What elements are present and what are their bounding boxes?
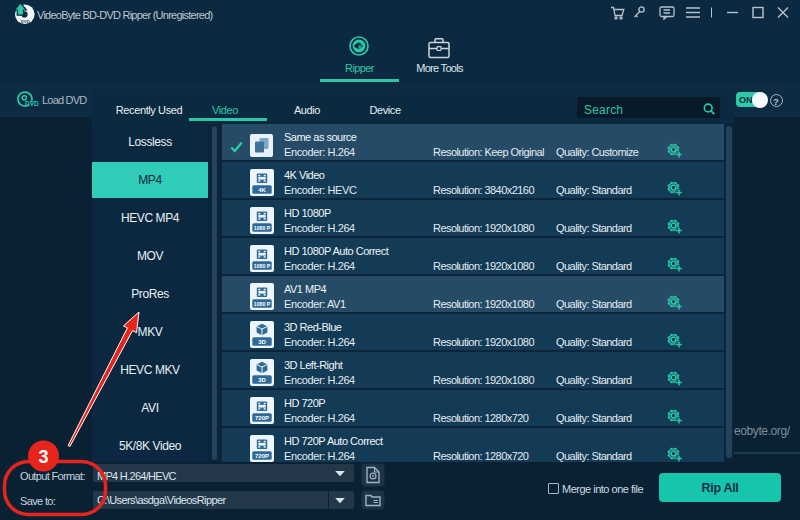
svg-text:3: 3 [38, 447, 48, 467]
